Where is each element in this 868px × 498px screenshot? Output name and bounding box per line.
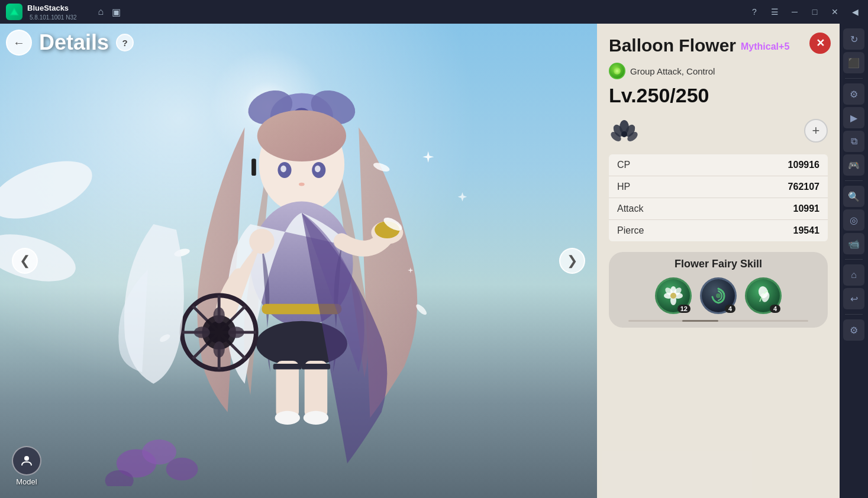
back-button[interactable]: ←: [6, 30, 32, 56]
app-name: BlueStacks: [27, 4, 77, 12]
rarity-badge: Mythical+5: [741, 41, 789, 52]
svg-rect-35: [302, 364, 330, 370]
type-icon-inner: [614, 67, 621, 75]
attack-label: Attack: [609, 198, 712, 220]
info-panel: ✕ Balloon Flower Mythical+5 Group Attack…: [597, 24, 840, 498]
back-tool[interactable]: ↩: [843, 288, 864, 309]
titlebar-nav-icons: ⌂ ▣: [98, 7, 121, 18]
hero-level: Lv.250/250: [609, 84, 828, 107]
app-logo: [6, 4, 22, 20]
svg-point-37: [304, 411, 328, 425]
home-nav-icon[interactable]: ⌂: [98, 7, 104, 18]
svg-point-45: [166, 458, 198, 481]
window-controls: ? ☰ ─ □ ✕ ◀: [747, 5, 862, 19]
skill-item-1[interactable]: 12: [655, 277, 692, 314]
rotate-tool[interactable]: ↻: [843, 28, 864, 50]
svg-point-12: [299, 183, 305, 186]
close-button[interactable]: ✕: [809, 33, 831, 54]
sidebar-divider-4: [845, 314, 863, 315]
svg-point-64: [761, 293, 766, 298]
sidebar-divider-1: [845, 78, 863, 79]
skill-badge-2: 4: [725, 305, 735, 313]
cp-label: CP: [609, 154, 712, 176]
pierce-label: Pierce: [609, 220, 712, 242]
help-button[interactable]: ?: [116, 34, 134, 51]
add-emblem-button[interactable]: +: [804, 119, 828, 143]
skill-scroll-track[interactable]: [628, 320, 808, 322]
svg-point-27: [214, 341, 225, 357]
model-icon: [12, 446, 41, 476]
svg-point-11: [315, 166, 321, 173]
screenshot-tool[interactable]: ⬛: [843, 52, 864, 73]
hero-name: Balloon Flower: [609, 35, 736, 56]
skill-icons-row: 12 4: [618, 277, 818, 314]
hero-name-row: Balloon Flower Mythical+5: [609, 35, 828, 58]
hero-type: Group Attack, Control: [630, 66, 715, 76]
camera-tool[interactable]: 📹: [843, 233, 864, 254]
svg-rect-13: [251, 159, 256, 176]
help-control-icon[interactable]: ?: [747, 5, 761, 19]
character-svg: [36, 53, 579, 486]
game-area: ← Details ? ❮ ❯ Model: [0, 24, 597, 498]
svg-rect-33: [305, 361, 328, 418]
skill-section-title: Flower Fairy Skill: [618, 258, 818, 270]
multi-window-icon[interactable]: ▣: [112, 7, 121, 18]
top-bar: ← Details ?: [6, 30, 134, 56]
menu-control-icon[interactable]: ☰: [767, 5, 782, 19]
main-content: ← Details ? ❮ ❯ Model ✕ Balloon Flower M…: [0, 24, 868, 498]
type-icon: [609, 63, 625, 79]
svg-point-53: [621, 131, 627, 137]
skill-badge-3: 4: [770, 305, 780, 313]
svg-rect-34: [273, 364, 302, 370]
stat-hp-row: HP 762107: [609, 176, 828, 198]
emblem-row: +: [609, 115, 828, 146]
location-tool[interactable]: ◎: [843, 209, 864, 231]
maximize-icon[interactable]: □: [808, 5, 822, 19]
macro-tool[interactable]: ▶: [843, 107, 864, 128]
search-tool[interactable]: 🔍: [843, 186, 864, 207]
pierce-value: 19541: [712, 220, 828, 242]
skill-badge-1: 12: [677, 305, 690, 313]
skill-item-3[interactable]: 4: [745, 277, 782, 314]
model-button[interactable]: Model: [12, 446, 41, 486]
stat-attack-row: Attack 10991: [609, 198, 828, 220]
svg-point-36: [275, 411, 300, 425]
multi-instance-tool[interactable]: ⧉: [843, 131, 864, 152]
skill-section: Flower Fairy Skill: [609, 252, 828, 328]
svg-point-10: [280, 166, 286, 173]
home-tool[interactable]: ⌂: [843, 264, 864, 286]
skill-item-2[interactable]: 4: [700, 277, 737, 314]
gamepad-tool[interactable]: 🎮: [843, 154, 864, 176]
hp-label: HP: [609, 176, 712, 198]
svg-point-26: [214, 308, 225, 324]
svg-point-47: [24, 456, 29, 461]
stats-table: CP 109916 HP 762107 Attack 10991 Pierce …: [609, 154, 828, 241]
cp-value: 109916: [712, 154, 828, 176]
skill-scroll-thumb: [682, 320, 718, 322]
svg-point-7: [257, 110, 346, 161]
nav-right-button[interactable]: ❯: [559, 248, 585, 274]
side-toggle-icon[interactable]: ◀: [848, 5, 862, 19]
svg-point-18: [249, 229, 274, 254]
svg-point-28: [194, 326, 210, 338]
model-label: Model: [16, 477, 37, 486]
sidebar-divider-3: [845, 259, 863, 260]
stat-cp-row: CP 109916: [609, 154, 828, 176]
type-row: Group Attack, Control: [609, 63, 828, 79]
close-icon[interactable]: ✕: [828, 5, 842, 19]
character-art: [36, 53, 579, 486]
svg-rect-32: [276, 361, 299, 418]
nav-left-button[interactable]: ❮: [12, 248, 38, 274]
settings-tool[interactable]: ⚙: [843, 83, 864, 105]
minimize-icon[interactable]: ─: [788, 5, 802, 19]
right-sidebar: ↻ ⬛ ⚙ ▶ ⧉ 🎮 🔍 ◎ 📹 ⌂ ↩ ⚙: [840, 24, 868, 498]
hp-value: 762107: [712, 176, 828, 198]
hero-emblem-icon: [609, 115, 640, 146]
attack-value: 10991: [712, 198, 828, 220]
svg-point-61: [716, 293, 721, 298]
page-title: Details: [39, 30, 109, 55]
stat-pierce-row: Pierce 19541: [609, 220, 828, 242]
app-version: 5.8.101.1001 N32: [30, 14, 77, 21]
svg-point-60: [670, 293, 676, 299]
extra-settings-tool[interactable]: ⚙: [843, 319, 864, 341]
